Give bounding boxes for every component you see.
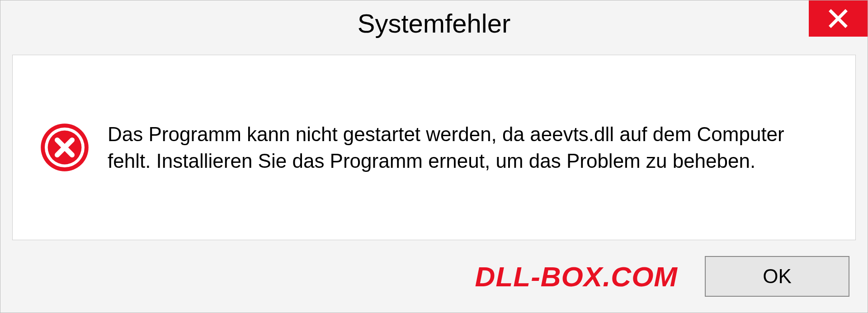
watermark-text: DLL-BOX.COM (475, 261, 678, 293)
error-message: Das Programm kann nicht gestartet werden… (108, 121, 828, 175)
error-dialog: Systemfehler Das Programm kann nicht ges… (0, 0, 868, 313)
close-button[interactable] (809, 0, 868, 37)
dialog-footer: DLL-BOX.COM OK (0, 240, 868, 313)
ok-button[interactable]: OK (705, 256, 849, 297)
close-icon (827, 8, 849, 29)
message-panel: Das Programm kann nicht gestartet werden… (12, 55, 856, 240)
titlebar: Systemfehler (0, 0, 868, 46)
dialog-title: Systemfehler (358, 8, 510, 38)
error-icon (40, 123, 90, 172)
